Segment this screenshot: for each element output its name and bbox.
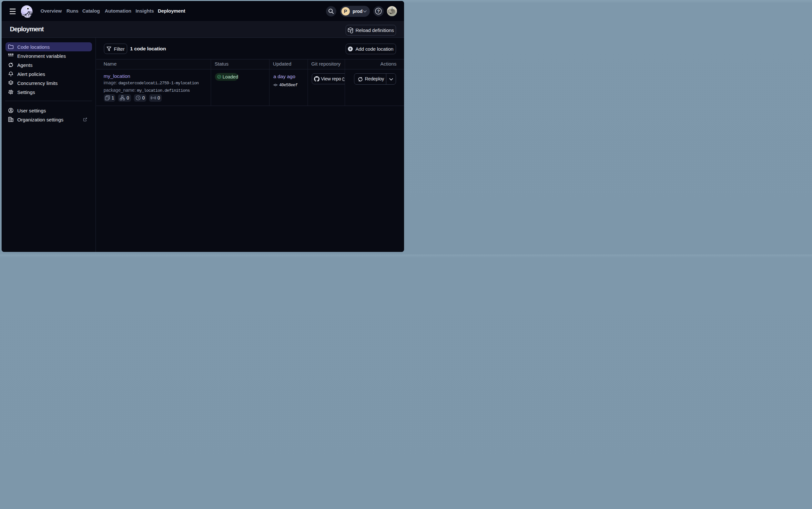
svg-text:?: ? (377, 9, 379, 13)
